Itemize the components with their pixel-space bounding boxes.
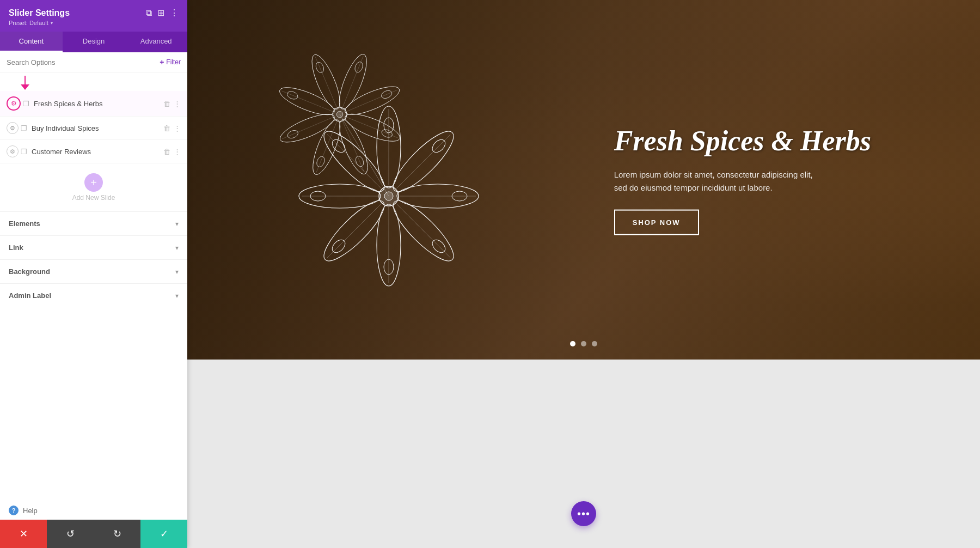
search-row: + Filter <box>0 52 187 72</box>
svg-line-13 <box>396 204 450 258</box>
svg-line-15 <box>327 204 381 258</box>
slide-3-actions: 🗑 ⋮ <box>163 148 181 156</box>
accordion-background-header[interactable]: Background ▾ <box>0 260 187 283</box>
svg-line-36 <box>342 56 363 107</box>
flower-illustration <box>264 22 492 332</box>
svg-line-40 <box>316 121 337 172</box>
tab-design[interactable]: Design <box>63 32 125 52</box>
save-button[interactable]: ✓ <box>140 520 187 548</box>
elements-title: Elements <box>9 220 40 228</box>
slide-1-more-icon[interactable]: ⋮ <box>174 100 181 108</box>
slide-1-label: Fresh Spices & Herbs <box>34 100 159 108</box>
accordion-link: Link ▾ <box>0 235 187 259</box>
help-icon: ? <box>9 506 19 515</box>
slide-3-delete-icon[interactable]: 🗑 <box>163 148 170 156</box>
right-content: Fresh Spices & Herbs Lorem ipsum dolor s… <box>187 0 980 548</box>
arrow-shaft <box>24 76 26 84</box>
slide-2-actions: 🗑 ⋮ <box>163 124 181 132</box>
slide-1-icons: ⚙ ❐ <box>7 96 29 111</box>
panel-title: Slider Settings <box>9 8 70 18</box>
preset-arrow-icon[interactable]: ▾ <box>51 21 53 26</box>
slide-3-more-icon[interactable]: ⋮ <box>174 148 181 156</box>
filter-button[interactable]: + Filter <box>160 58 181 66</box>
slide-1-delete-icon[interactable]: 🗑 <box>163 100 170 108</box>
accordion-link-header[interactable]: Link ▾ <box>0 236 187 259</box>
grid-icon[interactable]: ⊞ <box>157 8 164 18</box>
preset-label: Preset: Default <box>9 20 48 26</box>
slide-item-2[interactable]: ⚙ ❐ Buy Individual Spices 🗑 ⋮ <box>0 117 187 140</box>
slide-2-label: Buy Individual Spices <box>32 124 159 132</box>
bottom-toolbar: ✕ ↺ ↻ ✓ <box>0 520 187 548</box>
svg-line-39 <box>343 121 364 172</box>
filter-label: Filter <box>166 58 181 66</box>
slide-2-more-icon[interactable]: ⋮ <box>174 124 181 132</box>
shop-now-button[interactable]: SHOP NOW <box>614 209 699 235</box>
link-title: Link <box>9 243 23 252</box>
slide-dot-1[interactable] <box>570 341 575 346</box>
add-slide-plus-icon: + <box>84 173 103 192</box>
slide-item-3[interactable]: ⚙ ❐ Customer Reviews 🗑 ⋮ <box>0 140 187 163</box>
slide-3-label: Customer Reviews <box>32 148 159 156</box>
slide-2-delete-icon[interactable]: 🗑 <box>163 124 170 132</box>
background-chevron-icon: ▾ <box>175 268 179 276</box>
slide-subtext: Lorem ipsum dolor sit amet, consectetur … <box>614 168 871 194</box>
accordion-admin-label-header[interactable]: Admin Label ▾ <box>0 284 187 307</box>
accordion-elements: Elements ▾ <box>0 211 187 235</box>
tabs-row: Content Design Advanced <box>0 32 187 52</box>
arrow-indicator <box>0 72 187 91</box>
stem-line <box>340 114 389 196</box>
slide-dot-3[interactable] <box>592 341 597 346</box>
star-anise-svg <box>264 22 492 332</box>
slide-3-icons: ⚙ ❐ <box>7 145 27 157</box>
floating-action-button[interactable]: ••• <box>571 501 596 526</box>
slide-heading: Fresh Spices & Herbs <box>614 125 871 157</box>
arrow-down-icon <box>21 84 29 90</box>
svg-line-11 <box>396 135 450 188</box>
svg-line-37 <box>347 90 397 111</box>
slide-2-gear-icon[interactable]: ⚙ <box>7 122 19 134</box>
filter-plus-icon: + <box>160 58 164 66</box>
add-slide-label: Add New Slide <box>72 194 115 202</box>
panel-header: Slider Settings ⧉ ⊞ ⋮ Preset: Default ▾ <box>0 0 187 32</box>
slider-area: Fresh Spices & Herbs Lorem ipsum dolor s… <box>187 0 980 360</box>
accordion-background: Background ▾ <box>0 259 187 283</box>
slide-dots <box>570 341 597 346</box>
slide-2-icons: ⚙ ❐ <box>7 122 27 134</box>
accordion-admin-label: Admin Label ▾ <box>0 283 187 307</box>
slide-item-1[interactable]: ⚙ ❐ Fresh Spices & Herbs 🗑 ⋮ <box>0 91 187 117</box>
slide-dot-2[interactable] <box>581 341 586 346</box>
svg-line-43 <box>315 57 336 107</box>
panel-header-icons: ⧉ ⊞ ⋮ <box>146 8 179 18</box>
settings-panel: Slider Settings ⧉ ⊞ ⋮ Preset: Default ▾ … <box>0 0 187 548</box>
slide-1-gear-icon[interactable]: ⚙ <box>7 96 21 111</box>
elements-chevron-icon: ▾ <box>175 220 179 228</box>
panel-body: + Filter ⚙ ❐ Fresh Spices & Herbs 🗑 ⋮ <box>0 52 187 548</box>
slide-text-content: Fresh Spices & Herbs Lorem ipsum dolor s… <box>614 125 871 235</box>
slide-1-copy-icon[interactable]: ❐ <box>23 100 29 108</box>
admin-label-chevron-icon: ▾ <box>175 292 179 300</box>
background-title: Background <box>9 267 50 276</box>
slide-3-copy-icon[interactable]: ❐ <box>21 148 27 156</box>
svg-line-17 <box>327 135 381 188</box>
search-input[interactable] <box>7 58 155 66</box>
slide-3-gear-icon[interactable]: ⚙ <box>7 145 19 157</box>
svg-line-38 <box>347 117 397 138</box>
help-label: Help <box>23 507 38 515</box>
add-new-slide-button[interactable]: + Add New Slide <box>0 163 187 211</box>
tab-content[interactable]: Content <box>0 32 63 52</box>
tab-advanced[interactable]: Advanced <box>125 32 187 52</box>
more-icon[interactable]: ⋮ <box>170 8 179 18</box>
below-slider-area: ••• <box>187 360 980 548</box>
admin-label-title: Admin Label <box>9 291 51 300</box>
cancel-button[interactable]: ✕ <box>0 520 47 548</box>
copy-icon[interactable]: ⧉ <box>146 8 152 18</box>
svg-line-41 <box>282 118 333 139</box>
link-chevron-icon: ▾ <box>175 244 179 252</box>
undo-button[interactable]: ↺ <box>47 520 94 548</box>
accordion-elements-header[interactable]: Elements ▾ <box>0 212 187 235</box>
slide-1-actions: 🗑 ⋮ <box>163 100 181 108</box>
svg-line-42 <box>281 91 332 112</box>
slide-2-copy-icon[interactable]: ❐ <box>21 124 27 132</box>
redo-button[interactable]: ↻ <box>94 520 140 548</box>
